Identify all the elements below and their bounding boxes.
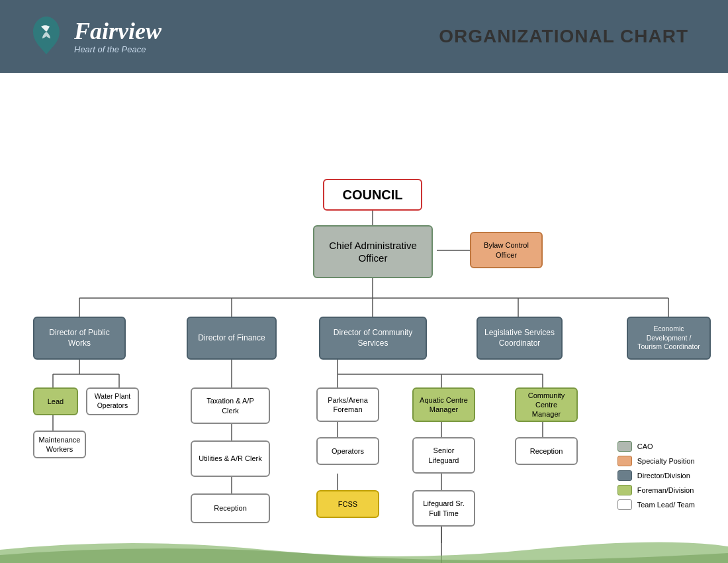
utilities-node: Utilities & A/R Clerk bbox=[191, 440, 270, 477]
legend-box-specialty bbox=[617, 456, 632, 466]
legend-item-specialty: Specialty Position bbox=[617, 456, 695, 466]
legend-box-foreman bbox=[617, 485, 632, 495]
footer-wave bbox=[0, 530, 728, 563]
legend-item-director: Director/Division bbox=[617, 470, 695, 481]
water-plant-node: Water Plant Operators bbox=[86, 387, 139, 415]
logo-text: Fairview Heart of the Peace bbox=[74, 19, 161, 54]
econ-dev-node: Economic Development / Tourism Coordinat… bbox=[627, 317, 711, 360]
reception-finance-node: Reception bbox=[191, 493, 270, 523]
reception-community-node: Reception bbox=[515, 437, 578, 465]
dir-community-node: Director of Community Services bbox=[319, 317, 427, 360]
fcss-node: FCSS bbox=[316, 490, 379, 518]
senior-lifeguard-node: Senior Lifeguard bbox=[412, 437, 475, 474]
taxation-node: Taxation & A/P Clerk bbox=[191, 387, 270, 424]
legend-item-foreman: Foreman/Division bbox=[617, 485, 695, 495]
maintenance-node: Maintenance Workers bbox=[33, 431, 86, 458]
legend-item-team: Team Lead/ Team bbox=[617, 499, 695, 510]
council-node: COUNCIL bbox=[323, 179, 422, 211]
lead-node: Lead bbox=[33, 387, 78, 415]
legend-box-director bbox=[617, 470, 632, 481]
logo-name: Fairview bbox=[74, 19, 161, 43]
legend-label-director: Director/Division bbox=[637, 472, 690, 480]
legend-box-cao bbox=[617, 441, 632, 452]
legend: CAO Specialty Position Director/Division… bbox=[617, 441, 695, 510]
cao-node: Chief Administrative Officer bbox=[313, 225, 433, 278]
logo-tagline: Heart of the Peace bbox=[74, 44, 161, 54]
parks-foreman-node: Parks/Arena Foreman bbox=[316, 387, 379, 422]
legend-label-cao: CAO bbox=[637, 442, 653, 450]
leg-services-node: Legislative Services Coordinator bbox=[477, 317, 563, 360]
legend-label-specialty: Specialty Position bbox=[637, 457, 695, 465]
page-title: ORGANIZATIONAL CHART bbox=[439, 26, 688, 47]
legend-label-foreman: Foreman/Division bbox=[637, 486, 694, 494]
bylaw-node: Bylaw Control Officer bbox=[470, 232, 543, 268]
main-content: COUNCIL Chief Administrative Officer Byl… bbox=[0, 73, 728, 563]
org-chart: COUNCIL Chief Administrative Officer Byl… bbox=[13, 86, 715, 563]
dir-finance-node: Director of Finance bbox=[187, 317, 277, 360]
legend-label-team: Team Lead/ Team bbox=[637, 501, 695, 509]
fairview-logo-icon bbox=[26, 13, 66, 60]
lifeguard-ft-node: Lifeguard Sr. Full Time bbox=[412, 490, 475, 527]
aquatic-mgr-node: Aquatic Centre Manager bbox=[412, 387, 475, 422]
community-mgr-node: Community Centre Manager bbox=[515, 387, 578, 422]
legend-item-cao: CAO bbox=[617, 441, 695, 452]
operators-node: Operators bbox=[316, 437, 379, 465]
legend-box-team bbox=[617, 499, 632, 510]
dir-public-works-node: Director of Public Works bbox=[33, 317, 126, 360]
header: Fairview Heart of the Peace ORGANIZATION… bbox=[0, 0, 728, 73]
logo-area: Fairview Heart of the Peace bbox=[26, 13, 161, 60]
